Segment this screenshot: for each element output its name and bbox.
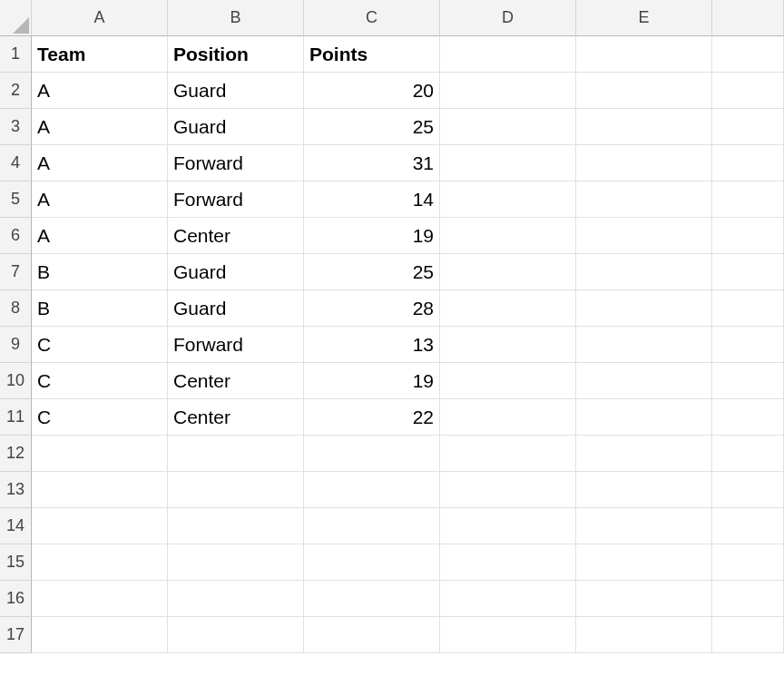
row-header-11[interactable]: 11 bbox=[0, 399, 32, 436]
cell-A8[interactable]: B bbox=[32, 290, 168, 327]
cell-E1[interactable] bbox=[576, 36, 712, 73]
cell-B7[interactable]: Guard bbox=[168, 254, 304, 290]
column-header-A[interactable]: A bbox=[32, 0, 168, 36]
cell-A17[interactable] bbox=[32, 617, 168, 653]
cell-C6[interactable]: 19 bbox=[304, 218, 440, 254]
column-header-extra[interactable] bbox=[712, 0, 784, 36]
cell-B14[interactable] bbox=[168, 508, 304, 544]
cell-extra-4[interactable] bbox=[712, 145, 784, 181]
cell-C14[interactable] bbox=[304, 508, 440, 544]
row-header-2[interactable]: 2 bbox=[0, 73, 32, 109]
cell-C9[interactable]: 13 bbox=[304, 327, 440, 363]
cell-B5[interactable]: Forward bbox=[168, 181, 304, 218]
cell-extra-10[interactable] bbox=[712, 363, 784, 399]
cell-C8[interactable]: 28 bbox=[304, 290, 440, 327]
cell-extra-3[interactable] bbox=[712, 109, 784, 145]
cell-A13[interactable] bbox=[32, 472, 168, 508]
cell-D1[interactable] bbox=[440, 36, 576, 73]
cell-C13[interactable] bbox=[304, 472, 440, 508]
cell-C17[interactable] bbox=[304, 617, 440, 653]
cell-E14[interactable] bbox=[576, 508, 712, 544]
cell-A12[interactable] bbox=[32, 436, 168, 472]
cell-C5[interactable]: 14 bbox=[304, 181, 440, 218]
cell-B6[interactable]: Center bbox=[168, 218, 304, 254]
cell-extra-7[interactable] bbox=[712, 254, 784, 290]
row-header-7[interactable]: 7 bbox=[0, 254, 32, 290]
cell-A5[interactable]: A bbox=[32, 181, 168, 218]
cell-D8[interactable] bbox=[440, 290, 576, 327]
cell-C11[interactable]: 22 bbox=[304, 399, 440, 436]
row-header-1[interactable]: 1 bbox=[0, 36, 32, 73]
cell-E6[interactable] bbox=[576, 218, 712, 254]
cell-B8[interactable]: Guard bbox=[168, 290, 304, 327]
cell-C2[interactable]: 20 bbox=[304, 73, 440, 109]
cell-D5[interactable] bbox=[440, 181, 576, 218]
cell-A15[interactable] bbox=[32, 544, 168, 581]
cell-D4[interactable] bbox=[440, 145, 576, 181]
cell-C16[interactable] bbox=[304, 581, 440, 617]
cell-A4[interactable]: A bbox=[32, 145, 168, 181]
select-all-corner[interactable] bbox=[0, 0, 32, 36]
cell-D17[interactable] bbox=[440, 617, 576, 653]
cell-D6[interactable] bbox=[440, 218, 576, 254]
cell-extra-5[interactable] bbox=[712, 181, 784, 218]
cell-A1[interactable]: Team bbox=[32, 36, 168, 73]
cell-B9[interactable]: Forward bbox=[168, 327, 304, 363]
cell-E3[interactable] bbox=[576, 109, 712, 145]
column-header-B[interactable]: B bbox=[168, 0, 304, 36]
row-header-17[interactable]: 17 bbox=[0, 617, 32, 653]
row-header-15[interactable]: 15 bbox=[0, 544, 32, 581]
cell-extra-6[interactable] bbox=[712, 218, 784, 254]
row-header-12[interactable]: 12 bbox=[0, 436, 32, 472]
cell-D14[interactable] bbox=[440, 508, 576, 544]
cell-E17[interactable] bbox=[576, 617, 712, 653]
cell-D13[interactable] bbox=[440, 472, 576, 508]
cell-D10[interactable] bbox=[440, 363, 576, 399]
cell-A3[interactable]: A bbox=[32, 109, 168, 145]
row-header-9[interactable]: 9 bbox=[0, 327, 32, 363]
cell-E5[interactable] bbox=[576, 181, 712, 218]
cell-extra-1[interactable] bbox=[712, 36, 784, 73]
row-header-16[interactable]: 16 bbox=[0, 581, 32, 617]
cell-B13[interactable] bbox=[168, 472, 304, 508]
cell-C1[interactable]: Points bbox=[304, 36, 440, 73]
cell-C10[interactable]: 19 bbox=[304, 363, 440, 399]
cell-C4[interactable]: 31 bbox=[304, 145, 440, 181]
cell-A6[interactable]: A bbox=[32, 218, 168, 254]
cell-A9[interactable]: C bbox=[32, 327, 168, 363]
cell-B15[interactable] bbox=[168, 544, 304, 581]
row-header-3[interactable]: 3 bbox=[0, 109, 32, 145]
cell-E12[interactable] bbox=[576, 436, 712, 472]
cell-E7[interactable] bbox=[576, 254, 712, 290]
row-header-13[interactable]: 13 bbox=[0, 472, 32, 508]
row-header-6[interactable]: 6 bbox=[0, 218, 32, 254]
cell-extra-9[interactable] bbox=[712, 327, 784, 363]
cell-extra-11[interactable] bbox=[712, 399, 784, 436]
cell-E4[interactable] bbox=[576, 145, 712, 181]
cell-E10[interactable] bbox=[576, 363, 712, 399]
cell-B17[interactable] bbox=[168, 617, 304, 653]
cell-D9[interactable] bbox=[440, 327, 576, 363]
cell-B2[interactable]: Guard bbox=[168, 73, 304, 109]
cell-E2[interactable] bbox=[576, 73, 712, 109]
cell-D15[interactable] bbox=[440, 544, 576, 581]
cell-extra-8[interactable] bbox=[712, 290, 784, 327]
cell-C15[interactable] bbox=[304, 544, 440, 581]
cell-extra-14[interactable] bbox=[712, 508, 784, 544]
cell-D16[interactable] bbox=[440, 581, 576, 617]
cell-C12[interactable] bbox=[304, 436, 440, 472]
cell-E9[interactable] bbox=[576, 327, 712, 363]
cell-B4[interactable]: Forward bbox=[168, 145, 304, 181]
cell-D2[interactable] bbox=[440, 73, 576, 109]
cell-E16[interactable] bbox=[576, 581, 712, 617]
cell-B16[interactable] bbox=[168, 581, 304, 617]
cell-B11[interactable]: Center bbox=[168, 399, 304, 436]
cell-E8[interactable] bbox=[576, 290, 712, 327]
cell-D11[interactable] bbox=[440, 399, 576, 436]
row-header-10[interactable]: 10 bbox=[0, 363, 32, 399]
cell-E15[interactable] bbox=[576, 544, 712, 581]
cell-D7[interactable] bbox=[440, 254, 576, 290]
cell-extra-13[interactable] bbox=[712, 472, 784, 508]
cell-A2[interactable]: A bbox=[32, 73, 168, 109]
cell-B12[interactable] bbox=[168, 436, 304, 472]
